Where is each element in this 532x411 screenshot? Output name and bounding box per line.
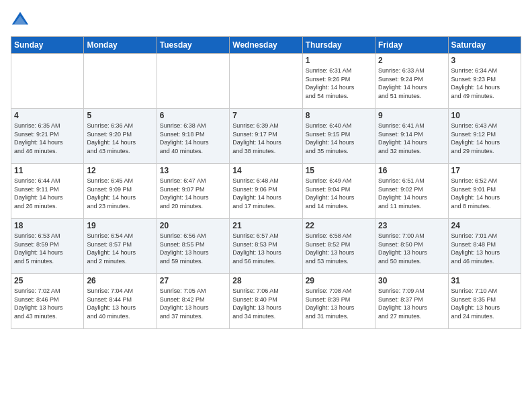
day-info: Sunrise: 6:56 AM Sunset: 8:55 PM Dayligh… [160,232,226,265]
calendar-cell: 23Sunrise: 7:00 AM Sunset: 8:50 PM Dayli… [375,219,448,274]
calendar-cell: 22Sunrise: 6:58 AM Sunset: 8:52 PM Dayli… [302,219,375,274]
calendar-cell: 27Sunrise: 7:05 AM Sunset: 8:42 PM Dayli… [157,274,229,329]
day-info: Sunrise: 6:53 AM Sunset: 8:59 PM Dayligh… [14,232,81,265]
calendar-cell: 24Sunrise: 7:01 AM Sunset: 8:48 PM Dayli… [448,219,521,274]
day-info: Sunrise: 6:44 AM Sunset: 9:11 PM Dayligh… [14,177,81,210]
day-info: Sunrise: 7:05 AM Sunset: 8:42 PM Dayligh… [160,287,226,320]
day-number: 22 [306,221,372,230]
day-info: Sunrise: 6:48 AM Sunset: 9:06 PM Dayligh… [232,177,299,210]
day-number: 24 [451,221,518,230]
day-info: Sunrise: 6:31 AM Sunset: 9:26 PM Dayligh… [306,66,372,100]
day-number: 13 [160,166,226,175]
day-info: Sunrise: 6:52 AM Sunset: 9:01 PM Dayligh… [451,177,518,210]
calendar-cell [84,54,157,109]
day-info: Sunrise: 6:34 AM Sunset: 9:23 PM Dayligh… [451,66,518,100]
calendar-cell: 20Sunrise: 6:56 AM Sunset: 8:55 PM Dayli… [157,219,229,274]
day-info: Sunrise: 7:00 AM Sunset: 8:50 PM Dayligh… [378,232,445,265]
day-info: Sunrise: 7:08 AM Sunset: 8:39 PM Dayligh… [306,287,372,320]
calendar-cell: 21Sunrise: 6:57 AM Sunset: 8:53 PM Dayli… [230,219,302,274]
day-info: Sunrise: 6:47 AM Sunset: 9:07 PM Dayligh… [160,177,226,210]
day-info: Sunrise: 6:45 AM Sunset: 9:09 PM Dayligh… [87,177,153,210]
calendar-cell: 3Sunrise: 6:34 AM Sunset: 9:23 PM Daylig… [448,54,521,109]
day-number: 28 [232,276,299,285]
day-number: 25 [14,276,81,285]
day-header-wednesday: Wednesday [230,37,302,54]
day-number: 11 [14,166,81,175]
day-number: 9 [378,111,445,120]
day-number: 23 [378,221,445,230]
calendar-cell: 4Sunrise: 6:35 AM Sunset: 9:21 PM Daylig… [11,109,84,164]
calendar-table: SundayMondayTuesdayWednesdayThursdayFrid… [11,36,521,329]
day-header-thursday: Thursday [302,37,375,54]
calendar-cell: 14Sunrise: 6:48 AM Sunset: 9:06 PM Dayli… [230,164,302,219]
day-number: 1 [306,56,372,65]
day-number: 19 [87,221,153,230]
day-number: 10 [451,111,518,120]
day-header-sunday: Sunday [11,37,84,54]
day-number: 5 [87,111,153,120]
day-number: 14 [232,166,299,175]
day-number: 18 [14,221,81,230]
day-info: Sunrise: 6:54 AM Sunset: 8:57 PM Dayligh… [87,232,153,265]
day-number: 15 [306,166,372,175]
calendar-cell [157,54,229,109]
calendar-cell: 12Sunrise: 6:45 AM Sunset: 9:09 PM Dayli… [84,164,157,219]
day-header-monday: Monday [84,37,157,54]
day-number: 16 [378,166,445,175]
day-number: 3 [451,56,518,65]
day-header-tuesday: Tuesday [157,37,229,54]
day-info: Sunrise: 7:09 AM Sunset: 8:37 PM Dayligh… [378,287,445,320]
day-info: Sunrise: 6:38 AM Sunset: 9:18 PM Dayligh… [160,122,226,155]
day-header-saturday: Saturday [448,37,521,54]
day-number: 26 [87,276,153,285]
calendar-cell: 16Sunrise: 6:51 AM Sunset: 9:02 PM Dayli… [375,164,448,219]
calendar-cell [230,54,302,109]
day-number: 4 [14,111,81,120]
day-number: 27 [160,276,226,285]
calendar-week-row: 4Sunrise: 6:35 AM Sunset: 9:21 PM Daylig… [11,109,521,164]
calendar-cell: 10Sunrise: 6:43 AM Sunset: 9:12 PM Dayli… [448,109,521,164]
day-info: Sunrise: 6:51 AM Sunset: 9:02 PM Dayligh… [378,177,445,210]
calendar-cell: 6Sunrise: 6:38 AM Sunset: 9:18 PM Daylig… [157,109,229,164]
day-info: Sunrise: 7:10 AM Sunset: 8:35 PM Dayligh… [451,287,518,320]
day-number: 29 [306,276,372,285]
day-info: Sunrise: 6:35 AM Sunset: 9:21 PM Dayligh… [14,122,81,155]
day-info: Sunrise: 6:58 AM Sunset: 8:52 PM Dayligh… [306,232,372,265]
calendar-cell: 1Sunrise: 6:31 AM Sunset: 9:26 PM Daylig… [302,54,375,109]
calendar-cell: 11Sunrise: 6:44 AM Sunset: 9:11 PM Dayli… [11,164,84,219]
day-info: Sunrise: 6:33 AM Sunset: 9:24 PM Dayligh… [378,66,445,100]
calendar-cell: 31Sunrise: 7:10 AM Sunset: 8:35 PM Dayli… [448,274,521,329]
day-info: Sunrise: 6:57 AM Sunset: 8:53 PM Dayligh… [232,232,299,265]
calendar-header-row: SundayMondayTuesdayWednesdayThursdayFrid… [11,37,521,54]
day-info: Sunrise: 6:36 AM Sunset: 9:20 PM Dayligh… [87,122,153,155]
calendar-cell: 9Sunrise: 6:41 AM Sunset: 9:14 PM Daylig… [375,109,448,164]
calendar-week-row: 18Sunrise: 6:53 AM Sunset: 8:59 PM Dayli… [11,219,521,274]
day-info: Sunrise: 7:06 AM Sunset: 8:40 PM Dayligh… [232,287,299,320]
day-number: 8 [306,111,372,120]
day-number: 12 [87,166,153,175]
calendar-cell [11,54,84,109]
calendar-cell: 7Sunrise: 6:39 AM Sunset: 9:17 PM Daylig… [230,109,302,164]
calendar-cell: 5Sunrise: 6:36 AM Sunset: 9:20 PM Daylig… [84,109,157,164]
day-number: 17 [451,166,518,175]
calendar-cell: 15Sunrise: 6:49 AM Sunset: 9:04 PM Dayli… [302,164,375,219]
calendar-cell: 18Sunrise: 6:53 AM Sunset: 8:59 PM Dayli… [11,219,84,274]
day-info: Sunrise: 6:41 AM Sunset: 9:14 PM Dayligh… [378,122,445,155]
day-info: Sunrise: 6:43 AM Sunset: 9:12 PM Dayligh… [451,122,518,155]
logo-icon [11,11,30,30]
day-number: 21 [232,221,299,230]
day-number: 2 [378,56,445,65]
day-header-friday: Friday [375,37,448,54]
day-number: 6 [160,111,226,120]
calendar-week-row: 1Sunrise: 6:31 AM Sunset: 9:26 PM Daylig… [11,54,521,109]
calendar-cell: 13Sunrise: 6:47 AM Sunset: 9:07 PM Dayli… [157,164,229,219]
calendar-cell: 19Sunrise: 6:54 AM Sunset: 8:57 PM Dayli… [84,219,157,274]
calendar-cell: 28Sunrise: 7:06 AM Sunset: 8:40 PM Dayli… [230,274,302,329]
day-number: 7 [232,111,299,120]
day-number: 31 [451,276,518,285]
calendar-cell: 29Sunrise: 7:08 AM Sunset: 8:39 PM Dayli… [302,274,375,329]
calendar-cell: 17Sunrise: 6:52 AM Sunset: 9:01 PM Dayli… [448,164,521,219]
calendar-cell: 25Sunrise: 7:02 AM Sunset: 8:46 PM Dayli… [11,274,84,329]
day-number: 30 [378,276,445,285]
calendar-cell: 26Sunrise: 7:04 AM Sunset: 8:44 PM Dayli… [84,274,157,329]
